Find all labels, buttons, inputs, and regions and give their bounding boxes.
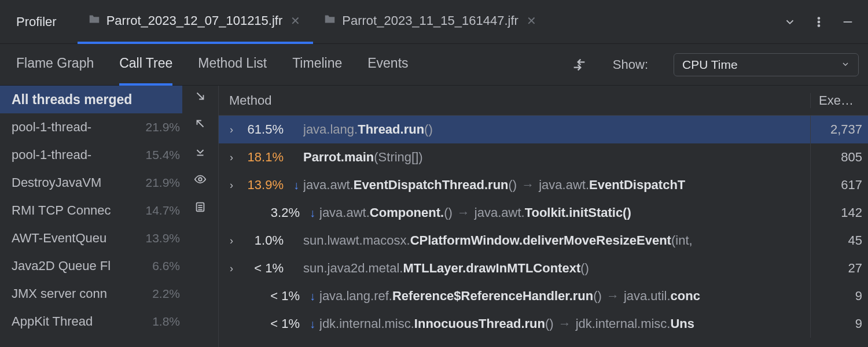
tree-exe: 805 bbox=[810, 143, 868, 171]
view-flame-graph[interactable]: Flame Graph bbox=[16, 44, 94, 86]
tree-pct: < 1% bbox=[255, 316, 306, 331]
tree-row[interactable]: < 1%↓jdk.internal.misc.InnocuousThread.r… bbox=[219, 310, 868, 338]
thread-name: AppKit Thread bbox=[12, 314, 93, 329]
tree-cell-method: ›1.0%sun.lwawt.macosx.CPlatformWindow.de… bbox=[219, 233, 810, 248]
thread-name: All threads merged bbox=[12, 92, 132, 108]
folder-icon bbox=[323, 13, 336, 29]
tree-cell-method: ›< 1%sun.java2d.metal.MTLLayer.drawInMTL… bbox=[219, 261, 810, 276]
threads-merged[interactable]: All threads merged bbox=[0, 86, 182, 113]
view-method-list[interactable]: Method List bbox=[198, 44, 267, 86]
collapse-all-icon[interactable] bbox=[193, 145, 207, 158]
svg-point-0 bbox=[818, 17, 820, 19]
file-tab-active[interactable]: Parrot_2023_12_07_101215.jfr ✕ bbox=[78, 0, 314, 44]
tree-pct: 18.1% bbox=[238, 150, 289, 165]
chevron-down-icon bbox=[841, 58, 850, 72]
view-call-tree[interactable]: Call Tree bbox=[119, 44, 172, 86]
minimize-icon[interactable] bbox=[841, 16, 854, 28]
thread-name: pool-1-thread- bbox=[12, 147, 91, 163]
view-events[interactable]: Events bbox=[367, 44, 408, 86]
thread-row[interactable]: RMI TCP Connec14.7% bbox=[0, 197, 182, 224]
tree-row[interactable]: 3.2%↓java.awt.Component.()→java.awt.Tool… bbox=[219, 199, 868, 227]
tree-exe: 9 bbox=[810, 282, 868, 310]
tree-pct: 3.2% bbox=[255, 205, 306, 220]
expander-icon[interactable]: › bbox=[225, 124, 238, 136]
tree-pct: < 1% bbox=[255, 289, 306, 304]
tree-row[interactable]: ›18.1%Parrot.main(String[])805 bbox=[219, 143, 868, 171]
thread-pct: 14.7% bbox=[142, 204, 180, 217]
thread-pct: 6.6% bbox=[149, 259, 180, 273]
toolbar: Flame Graph Call Tree Method List Timeli… bbox=[0, 44, 868, 86]
thread-row[interactable]: pool-1-thread-21.9% bbox=[0, 113, 182, 141]
file-tab-label: Parrot_2023_11_15_161447.jfr bbox=[342, 13, 518, 28]
method-text: jdk.internal.misc.InnocuousThread.run()→… bbox=[319, 316, 694, 331]
tree-cell-method: ›18.1%Parrot.main(String[]) bbox=[219, 150, 810, 165]
tree-exe: 9 bbox=[810, 310, 868, 338]
view-timeline[interactable]: Timeline bbox=[292, 44, 342, 86]
tree-cell-method: ›61.5%java.lang.Thread.run() bbox=[219, 122, 810, 137]
tree-exe: 27 bbox=[810, 254, 868, 282]
recursive-icon: ↓ bbox=[306, 318, 319, 331]
thread-name: Java2D Queue Fl bbox=[12, 259, 111, 274]
show-select[interactable]: CPU Time bbox=[674, 53, 859, 76]
thread-panel: All threads merged pool-1-thread-21.9%po… bbox=[0, 86, 219, 347]
method-text: java.awt.Component.()→java.awt.Toolkit.i… bbox=[319, 205, 631, 220]
list-icon[interactable] bbox=[193, 200, 207, 214]
thread-row[interactable]: AWT-EventQueu13.9% bbox=[0, 224, 182, 252]
thread-pct: 21.9% bbox=[142, 176, 180, 190]
main: All threads merged pool-1-thread-21.9%po… bbox=[0, 86, 868, 347]
expand-down-icon[interactable] bbox=[193, 89, 207, 103]
compare-icon[interactable] bbox=[571, 57, 587, 73]
close-icon[interactable]: ✕ bbox=[288, 12, 303, 30]
tree-exe: 45 bbox=[810, 227, 868, 254]
column-exe[interactable]: Exe… bbox=[810, 93, 868, 108]
tree-pct: < 1% bbox=[238, 261, 289, 276]
tree-cell-method: 3.2%↓java.awt.Component.()→java.awt.Tool… bbox=[219, 205, 810, 220]
file-tab[interactable]: Parrot_2023_11_15_161447.jfr ✕ bbox=[313, 0, 549, 44]
svg-point-5 bbox=[198, 178, 202, 181]
thread-name: RMI TCP Connec bbox=[12, 203, 111, 218]
method-text: sun.lwawt.macosx.CPlatformWindow.deliver… bbox=[303, 233, 693, 248]
eye-icon[interactable] bbox=[193, 172, 207, 186]
method-text: Parrot.main(String[]) bbox=[303, 150, 423, 165]
titlebar: Profiler Parrot_2023_12_07_101215.jfr ✕ … bbox=[0, 0, 868, 44]
expander-icon[interactable]: › bbox=[225, 235, 238, 247]
tree-row[interactable]: ›13.9%↓java.awt.EventDispatchThread.run(… bbox=[219, 171, 868, 199]
tree-exe: 617 bbox=[810, 171, 868, 199]
folder-icon bbox=[88, 13, 101, 29]
thread-row[interactable]: pool-1-thread-15.4% bbox=[0, 141, 182, 169]
tree-row[interactable]: ›< 1%sun.java2d.metal.MTLLayer.drawInMTL… bbox=[219, 254, 868, 282]
show-value: CPU Time bbox=[682, 58, 738, 72]
tree-cell-method: < 1%↓java.lang.ref.Reference$ReferenceHa… bbox=[219, 289, 810, 304]
tree-row[interactable]: ›61.5%java.lang.Thread.run()2,737 bbox=[219, 116, 868, 143]
thread-icon-strip bbox=[182, 86, 218, 347]
tree-row[interactable]: < 1%↓java.lang.ref.Reference$ReferenceHa… bbox=[219, 282, 868, 310]
title-actions bbox=[784, 16, 861, 28]
collapse-up-icon[interactable] bbox=[193, 117, 207, 131]
tree-exe: 142 bbox=[810, 199, 868, 227]
expander-icon[interactable]: › bbox=[225, 179, 238, 191]
call-tree: Method Exe… ›61.5%java.lang.Thread.run()… bbox=[219, 86, 868, 347]
tree-row[interactable]: ›1.0%sun.lwawt.macosx.CPlatformWindow.de… bbox=[219, 227, 868, 254]
thread-row[interactable]: Java2D Queue Fl6.6% bbox=[0, 252, 182, 280]
more-icon[interactable] bbox=[812, 16, 825, 28]
thread-list: All threads merged pool-1-thread-21.9%po… bbox=[0, 86, 182, 347]
recursive-icon: ↓ bbox=[306, 206, 319, 220]
thread-row[interactable]: DestroyJavaVM21.9% bbox=[0, 169, 182, 197]
thread-row[interactable]: AppKit Thread1.8% bbox=[0, 308, 182, 335]
close-icon[interactable]: ✕ bbox=[524, 12, 539, 30]
thread-row[interactable]: JMX server conn2.2% bbox=[0, 280, 182, 308]
method-text: sun.java2d.metal.MTLLayer.drawInMTLConte… bbox=[303, 261, 589, 276]
tree-cell-method: < 1%↓jdk.internal.misc.InnocuousThread.r… bbox=[219, 316, 810, 331]
column-method[interactable]: Method bbox=[219, 93, 810, 108]
thread-name: AWT-EventQueu bbox=[12, 231, 106, 246]
expander-icon[interactable]: › bbox=[225, 263, 238, 275]
recursive-icon: ↓ bbox=[306, 290, 319, 303]
tree-cell-method: ›13.9%↓java.awt.EventDispatchThread.run(… bbox=[219, 178, 810, 193]
expander-icon[interactable]: › bbox=[225, 152, 238, 164]
thread-name: JMX server conn bbox=[12, 286, 107, 301]
method-text: java.awt.EventDispatchThread.run()→java.… bbox=[303, 178, 685, 193]
tree-pct: 1.0% bbox=[238, 233, 289, 248]
chevron-down-icon[interactable] bbox=[784, 16, 796, 28]
method-text: java.lang.ref.Reference$ReferenceHandler… bbox=[319, 289, 700, 304]
recursive-icon: ↓ bbox=[289, 179, 303, 192]
